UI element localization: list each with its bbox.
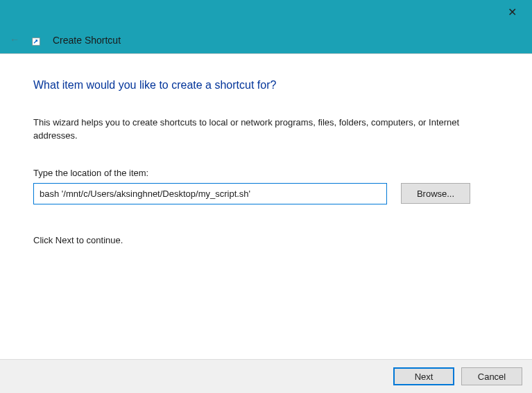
title-row: ← Create Shortcut — [10, 33, 121, 44]
shortcut-icon — [32, 37, 40, 46]
wizard-footer: Next Cancel — [0, 359, 532, 393]
browse-button[interactable]: Browse... — [401, 183, 470, 204]
back-arrow-icon[interactable]: ← — [10, 34, 19, 45]
wizard-description: This wizard helps you to create shortcut… — [33, 116, 491, 143]
cancel-button[interactable]: Cancel — [461, 367, 522, 385]
location-row: Browse... — [33, 183, 499, 204]
close-icon[interactable]: ✕ — [508, 7, 517, 18]
location-label: Type the location of the item: — [33, 168, 499, 178]
titlebar: ✕ ← Create Shortcut — [0, 0, 532, 54]
location-input[interactable] — [33, 183, 387, 204]
window-title: Create Shortcut — [53, 35, 121, 46]
continue-instruction: Click Next to continue. — [33, 235, 499, 245]
next-button[interactable]: Next — [393, 367, 454, 385]
wizard-heading: What item would you like to create a sho… — [33, 79, 499, 91]
wizard-content: What item would you like to create a sho… — [0, 54, 532, 359]
